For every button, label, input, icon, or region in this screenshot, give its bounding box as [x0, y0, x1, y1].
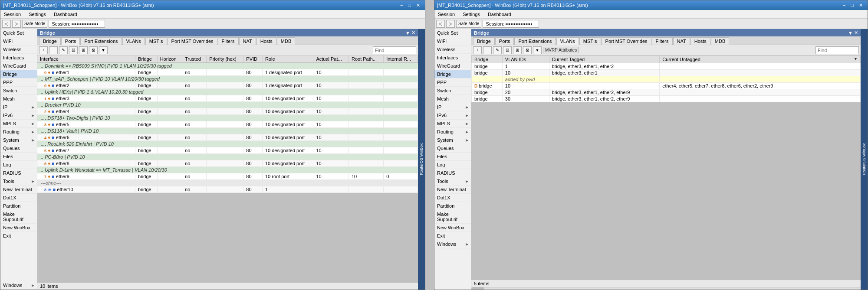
- clear-port-button[interactable]: ⊠: [89, 46, 98, 54]
- right-sidebar-item-files[interactable]: Files: [434, 153, 471, 161]
- right-bridge-close-button[interactable]: ✕: [854, 30, 858, 36]
- right-tab-mdb[interactable]: MDB: [711, 37, 729, 45]
- sidebar-item-radius[interactable]: RADIUS: [0, 169, 37, 177]
- table-row[interactable]: 2 H ■ ether4 bridge no 80 10 designated …: [37, 108, 418, 115]
- table-row[interactable]: 8 IH ■ ether10 bridge no 80 1: [37, 186, 418, 193]
- sidebar-item-files[interactable]: Files: [0, 153, 37, 161]
- sidebar-item-mesh[interactable]: Mesh: [0, 95, 37, 103]
- back-button[interactable]: ◁: [2, 20, 11, 28]
- tab-mstis[interactable]: MSTIs: [145, 37, 167, 45]
- right-sidebar-item-queues[interactable]: Queues: [434, 144, 471, 153]
- paste-port-button[interactable]: ⊞: [79, 46, 88, 54]
- table-row[interactable]: 0 H ■ ether2 bridge no 80 1 designated p…: [37, 82, 418, 89]
- safe-mode-button[interactable]: Safe Mode: [22, 20, 47, 28]
- sidebar-item-make-supout[interactable]: Make Supout.rif: [0, 210, 37, 224]
- sidebar-item-partition[interactable]: Partition: [0, 202, 37, 210]
- right-forward-button[interactable]: ▷: [446, 20, 455, 28]
- tab-filters[interactable]: Filters: [218, 37, 239, 45]
- vlan-col-vlan-ids[interactable]: VLAN IDs: [502, 56, 549, 63]
- col-interface[interactable]: Interface: [37, 55, 135, 63]
- tab-ports[interactable]: Ports: [61, 37, 80, 45]
- sidebar-item-routing[interactable]: Routing ▶: [0, 128, 37, 136]
- right-sidebar-item-dot1x[interactable]: Dot1X: [434, 194, 471, 202]
- table-row[interactable]: D bridge 10 ether4, ether5, ether7, ethe…: [472, 83, 861, 89]
- copy-vlan-button[interactable]: ⊡: [503, 46, 512, 54]
- sidebar-item-wifi[interactable]: WiFi: [0, 37, 37, 46]
- right-sidebar-item-radius[interactable]: RADIUS: [434, 169, 471, 177]
- sidebar-item-dot1x[interactable]: Dot1X: [0, 194, 37, 202]
- left-winbox-side-label[interactable]: RouterOS WinBox: [418, 29, 425, 290]
- menu-session[interactable]: Session: [2, 11, 23, 17]
- filter-port-button[interactable]: ▼: [99, 46, 108, 54]
- edit-vlan-button[interactable]: ✎: [493, 46, 502, 54]
- sidebar-item-ip[interactable]: IP ▶: [0, 103, 37, 111]
- sidebar-item-wireguard[interactable]: WireGuard: [0, 62, 37, 70]
- sidebar-item-tools[interactable]: Tools ▶: [0, 177, 37, 186]
- sidebar-item-new-terminal[interactable]: New Terminal: [0, 186, 37, 194]
- table-row[interactable]: bridge 1 bridge, ether3, ether1, ether2: [472, 63, 861, 70]
- right-tab-port-mst-overrides[interactable]: Port MST Overrides: [602, 37, 651, 45]
- add-port-button[interactable]: +: [39, 46, 48, 54]
- right-tab-nat[interactable]: NAT: [673, 37, 690, 45]
- right-sidebar-item-ip[interactable]: IP ▶: [434, 103, 471, 111]
- sidebar-item-log[interactable]: Log: [0, 161, 37, 169]
- right-sidebar-item-log[interactable]: Log: [434, 161, 471, 169]
- add-vlan-button[interactable]: +: [473, 46, 482, 54]
- tab-nat[interactable]: NAT: [239, 37, 256, 45]
- table-row[interactable]: 9 H ■ ether1 bridge no 80 1 designated p…: [37, 69, 418, 76]
- right-sidebar-item-ipv6[interactable]: IPv6 ▶: [434, 111, 471, 120]
- sidebar-item-switch[interactable]: Switch: [0, 87, 37, 95]
- mvrp-attributes-button[interactable]: MVRP Attributes: [543, 47, 579, 53]
- sidebar-item-ppp[interactable]: PPP: [0, 78, 37, 87]
- menu-dashboard[interactable]: Dashboard: [52, 11, 79, 17]
- right-session-field[interactable]: Session: ••••••••••••••••: [483, 20, 539, 28]
- right-sidebar-item-wireguard[interactable]: WireGuard: [434, 62, 471, 70]
- right-back-button[interactable]: ◁: [436, 20, 445, 28]
- right-sidebar-item-system[interactable]: System ▶: [434, 136, 471, 144]
- right-sidebar-item-wifi[interactable]: WiFi: [434, 37, 471, 46]
- col-bridge[interactable]: Bridge: [135, 55, 158, 63]
- bridge-close-button[interactable]: ✕: [411, 30, 415, 36]
- right-menu-session[interactable]: Session: [436, 11, 457, 17]
- right-sidebar-item-ppp[interactable]: PPP: [434, 78, 471, 87]
- vlan-col-bridge[interactable]: Bridge: [472, 56, 503, 63]
- right-tab-vlans[interactable]: VLANs: [556, 37, 579, 45]
- right-tab-port-extensions[interactable]: Port Extensions: [514, 37, 556, 45]
- table-row[interactable]: 5 H ■ ether7 bridge no 80 10 designated …: [37, 147, 418, 154]
- right-minimize-button[interactable]: −: [841, 2, 848, 9]
- tab-port-mst-overrides[interactable]: Port MST Overrides: [168, 37, 217, 45]
- col-actual-path[interactable]: Actual Pat...: [313, 55, 349, 63]
- right-sidebar-item-mpls[interactable]: MPLS ▶: [434, 120, 471, 128]
- right-bridge-collapse-button[interactable]: ▼: [848, 30, 853, 36]
- sidebar-item-wireless[interactable]: Wireless: [0, 46, 37, 54]
- right-close-button[interactable]: ✕: [857, 2, 865, 9]
- menu-settings[interactable]: Settings: [27, 11, 48, 17]
- tab-hosts[interactable]: Hosts: [256, 37, 276, 45]
- right-sidebar-item-new-winbox[interactable]: New WinBox: [434, 224, 471, 232]
- right-sidebar-item-windows[interactable]: Windows ▶: [434, 240, 471, 248]
- bottom-scrollbar[interactable]: [471, 287, 861, 290]
- sidebar-item-exit[interactable]: Exit: [0, 232, 37, 240]
- right-sidebar-item-bridge[interactable]: Bridge: [434, 70, 471, 78]
- vlans-search-input[interactable]: [815, 46, 859, 54]
- right-maximize-button[interactable]: □: [848, 2, 856, 9]
- table-row[interactable]: added by pvid: [472, 76, 861, 83]
- right-tab-filters[interactable]: Filters: [652, 37, 673, 45]
- sidebar-item-interfaces[interactable]: Interfaces: [0, 54, 37, 62]
- table-row[interactable]: 3 H ■ ether5 bridge no 80 10 designated …: [37, 121, 418, 128]
- right-sidebar-item-wireless[interactable]: Wireless: [434, 46, 471, 54]
- maximize-button[interactable]: □: [406, 2, 413, 9]
- table-row[interactable]: 4 H ■ ether6 bridge no 80 10 designated …: [37, 134, 418, 141]
- session-field[interactable]: Session: ••••••••••••••••: [49, 20, 105, 28]
- right-sidebar-item-interfaces[interactable]: Interfaces: [434, 54, 471, 62]
- col-priority[interactable]: Priority (hex): [207, 55, 243, 63]
- right-tab-mstis[interactable]: MSTIs: [579, 37, 601, 45]
- table-row[interactable]: 7 H ■ ether9 bridge no 80 10 root port 1…: [37, 173, 418, 180]
- remove-vlan-button[interactable]: −: [483, 46, 492, 54]
- sidebar-item-queues[interactable]: Queues: [0, 144, 37, 153]
- right-sidebar-item-quickset[interactable]: Quick Set: [434, 29, 471, 37]
- sidebar-item-ipv6[interactable]: IPv6 ▶: [0, 111, 37, 120]
- col-horizon[interactable]: Horizon: [157, 55, 182, 63]
- table-row[interactable]: 6 H ■ ether8 bridge no 80 10 designated …: [37, 160, 418, 167]
- sidebar-item-system[interactable]: System ▶: [0, 136, 37, 144]
